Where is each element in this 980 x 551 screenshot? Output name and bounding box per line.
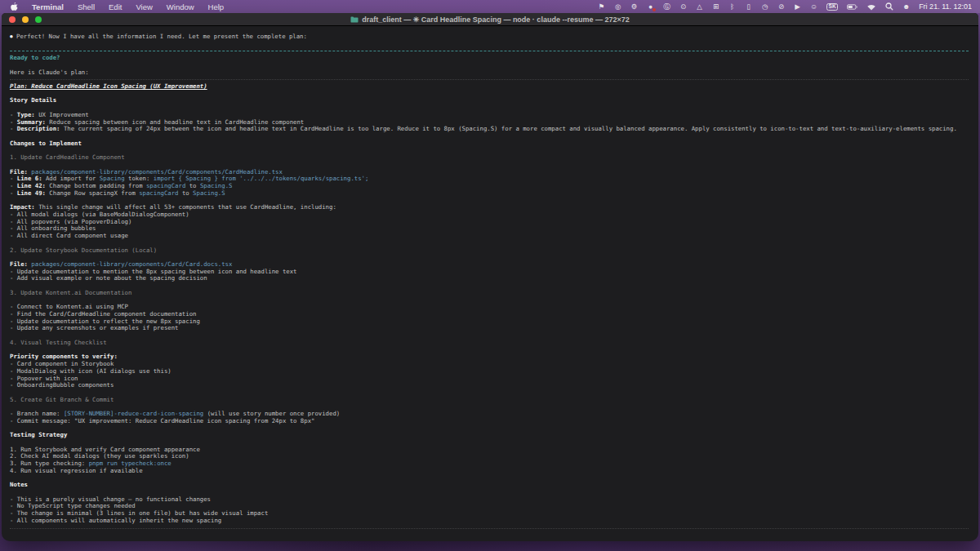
folder-icon <box>350 16 359 23</box>
menu-window[interactable]: Window <box>167 2 194 11</box>
terminal-rule-blank <box>10 104 970 112</box>
terminal-rule-dashed <box>10 47 970 55</box>
display-icon[interactable]: ▯ <box>745 2 752 11</box>
terminal-line: - All onboarding bubbles <box>10 225 970 233</box>
terminal-rule-blank <box>10 332 970 340</box>
terminal-line: - This is a purely visual change — no fu… <box>10 496 970 504</box>
terminal-line: - All direct Card component usage <box>10 233 970 240</box>
terminal-line: - ModalDialog with icon (AI dialogs use … <box>10 368 970 375</box>
terminal-line: - Popover with icon <box>10 375 970 383</box>
terminal-line: 5. Create Git Branch & Commit <box>10 397 970 404</box>
terminal-rule-blank <box>10 389 970 397</box>
terminal-rule-blank <box>10 133 970 140</box>
terminal-line: Story Details <box>10 97 970 104</box>
play-circle-icon[interactable]: ▶ <box>794 2 801 11</box>
lock-circle-icon[interactable]: ⊙ <box>679 2 687 11</box>
terminal-window: draft_client — ✳ Card Headline Spacing —… <box>2 13 978 541</box>
window-title: draft_client — ✳ Card Headline Spacing —… <box>2 16 978 24</box>
traffic-lights <box>9 16 42 23</box>
volume-muted-icon[interactable]: ⊘ <box>777 2 785 11</box>
status-icons: ⚑◎⚙●Ⓖ⊙△⊞ᛒ▯◷⊘▶☺SK☻ <box>598 2 910 11</box>
g-circle-icon[interactable]: Ⓖ <box>663 2 670 11</box>
terminal-line: - Description: The current spacing of 24… <box>10 126 970 133</box>
zoom-button[interactable] <box>35 16 42 23</box>
keyboard-flag-icon[interactable]: ⚑ <box>598 2 605 11</box>
terminal-rule-blank <box>10 475 970 482</box>
terminal-line: - OnboardingBubble components <box>10 382 970 389</box>
terminal-line: 4. Visual Testing Checklist <box>10 340 970 347</box>
terminal-line: Testing Strategy <box>10 432 970 439</box>
terminal-rule-blank <box>10 347 970 354</box>
menu-terminal[interactable]: Terminal <box>32 2 64 11</box>
terminal-rule-blank <box>10 148 970 155</box>
menu-bar: TerminalShellEditViewWindowHelp ⚑◎⚙●Ⓖ⊙△⊞… <box>0 0 980 13</box>
terminal-rule-blank <box>10 282 970 290</box>
terminal-line: Changes to Implement <box>10 140 970 148</box>
close-button[interactable] <box>9 16 16 23</box>
battery-icon[interactable] <box>847 2 858 11</box>
terminal-line: - All modal dialogs (via BaseModalDialog… <box>10 211 970 219</box>
wifi-icon[interactable] <box>866 2 876 11</box>
terminal-line: 3. Run type checking: pnpm run typecheck… <box>10 460 970 468</box>
status-area: ⚑◎⚙●Ⓖ⊙△⊞ᛒ▯◷⊘▶☺SK☻ Fri 21. 11. 12:01 <box>598 2 972 11</box>
terminal-rule-blank <box>10 297 970 304</box>
terminal-rule-blank <box>10 91 970 98</box>
terminal-line: - Line 49: Change Row spacingX from spac… <box>10 190 970 198</box>
terminal-rule-blank <box>10 425 970 433</box>
app-notification-icon[interactable]: ● <box>647 2 654 11</box>
search-icon[interactable] <box>885 2 893 11</box>
terminal-line: - Commit message: "UX improvement: Reduc… <box>10 418 970 425</box>
menubar-clock[interactable]: Fri 21. 11. 12:01 <box>919 2 972 11</box>
terminal-line: - All popovers (via PopoverDialog) <box>10 219 970 226</box>
terminal-line: 2. Update Storybook Documentation (Local… <box>10 247 970 255</box>
terminal-output: ⏺ Perfect! Now I have all the informatio… <box>2 26 978 531</box>
window-title-text: draft_client — ✳ Card Headline Spacing —… <box>362 16 629 24</box>
bluetooth-icon[interactable]: ᛒ <box>728 2 736 11</box>
minimize-button[interactable] <box>22 16 29 23</box>
user-circle-icon[interactable]: ☺ <box>810 2 817 11</box>
terminal-line: - Add visual example or note about the s… <box>10 275 970 282</box>
menu-view[interactable]: View <box>136 2 152 11</box>
terminal-line: Ready to code? <box>10 55 970 62</box>
terminal-line: Here is Claude's plan: <box>10 69 970 77</box>
menu-help[interactable]: Help <box>208 2 225 11</box>
terminal-line: - All components will automatically inhe… <box>10 518 970 525</box>
window-layout-icon[interactable]: ⊞ <box>712 2 719 11</box>
triangle-icon[interactable]: △ <box>696 2 703 11</box>
terminal-line: Priority components to verify: <box>10 353 970 361</box>
window-titlebar[interactable]: draft_client — ✳ Card Headline Spacing —… <box>2 13 978 26</box>
terminal-rule-blank <box>10 62 970 69</box>
terminal-rule-blank <box>10 41 970 48</box>
terminal-line: Notes <box>10 482 970 489</box>
menu-items: TerminalShellEditViewWindowHelp <box>10 2 224 11</box>
terminal-line: Plan: Reduce CardHeadline Icon Spacing (… <box>10 83 970 91</box>
menu-edit[interactable]: Edit <box>109 2 122 11</box>
terminal-line: 3. Update Kontent.ai Documentation <box>10 290 970 297</box>
terminal-line: 1. Update CardHeadline Component <box>10 154 970 162</box>
apple-menu-icon[interactable] <box>10 2 18 11</box>
input-source-badge[interactable]: SK <box>826 3 838 11</box>
terminal-line: ⏺ Perfect! Now I have all the informatio… <box>10 33 970 41</box>
compass-icon[interactable]: ◎ <box>614 2 621 11</box>
menu-shell[interactable]: Shell <box>78 2 95 11</box>
clock-circle-icon[interactable]: ◷ <box>761 2 768 11</box>
terminal-rule-dotted <box>10 525 970 532</box>
terminal-line: - Update any screenshots or examples if … <box>10 325 970 332</box>
gear-icon[interactable]: ⚙ <box>630 2 638 11</box>
terminal-line: 4. Run visual regression if available <box>10 468 970 475</box>
user-switch-icon[interactable]: ☻ <box>902 2 910 11</box>
terminal-rule-dotted <box>10 76 970 83</box>
